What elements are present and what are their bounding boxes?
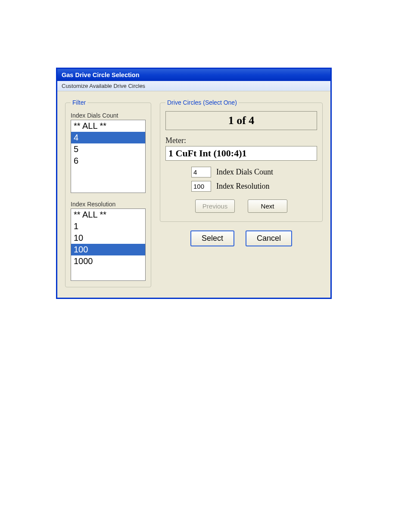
next-button[interactable]: Next bbox=[248, 199, 287, 213]
list-item[interactable]: 1 bbox=[71, 221, 145, 232]
dials-count-listbox[interactable]: ** ALL **456 bbox=[71, 120, 146, 193]
menubar: Customize Available Drive Circles bbox=[57, 81, 330, 91]
res-field-row: 100 Index Resolution bbox=[191, 181, 317, 192]
nav-row: Previous Next bbox=[165, 199, 317, 213]
list-item[interactable]: ** ALL ** bbox=[71, 120, 145, 132]
list-item[interactable]: 6 bbox=[71, 155, 145, 167]
meter-value: 1 CuFt Int (100:4)1 bbox=[165, 146, 317, 161]
select-button[interactable]: Select bbox=[190, 230, 234, 246]
dials-field-row: 4 Index Dials Count bbox=[191, 167, 317, 177]
meter-label: Meter: bbox=[165, 136, 317, 145]
resolution-listbox[interactable]: ** ALL **1101001000 bbox=[71, 208, 146, 281]
menu-customize[interactable]: Customize Available Drive Circles bbox=[62, 83, 145, 89]
previous-button[interactable]: Previous bbox=[195, 199, 235, 213]
right-column: Drive Circles (Select One) 1 of 4 Meter:… bbox=[160, 99, 323, 287]
page-counter: 1 of 4 bbox=[165, 111, 317, 130]
dials-value-label: Index Dials Count bbox=[216, 168, 273, 177]
filter-legend: Filter bbox=[71, 99, 87, 106]
list-item[interactable]: 100 bbox=[71, 244, 145, 255]
drive-circles-legend: Drive Circles (Select One) bbox=[165, 99, 239, 106]
drive-circles-group: Drive Circles (Select One) 1 of 4 Meter:… bbox=[160, 99, 323, 222]
dials-count-label: Index Dials Count bbox=[71, 112, 146, 119]
resolution-label: Index Resolution bbox=[71, 201, 146, 208]
list-item[interactable]: 5 bbox=[71, 143, 145, 155]
list-item[interactable]: 10 bbox=[71, 232, 145, 244]
titlebar[interactable]: Gas Drive Circle Selection bbox=[57, 69, 330, 81]
dials-value-box: 4 bbox=[191, 167, 211, 177]
cancel-button[interactable]: Cancel bbox=[246, 230, 292, 246]
list-item[interactable]: 4 bbox=[71, 132, 145, 143]
res-value-box: 100 bbox=[191, 181, 211, 192]
list-item[interactable]: ** ALL ** bbox=[71, 209, 145, 221]
action-row: Select Cancel bbox=[160, 230, 323, 246]
window-title: Gas Drive Circle Selection bbox=[62, 72, 140, 78]
list-item[interactable]: 1000 bbox=[71, 255, 145, 267]
dialog-window: Gas Drive Circle Selection Customize Ava… bbox=[56, 68, 332, 299]
filter-group: Filter Index Dials Count ** ALL **456 In… bbox=[65, 99, 151, 287]
client-area: Filter Index Dials Count ** ALL **456 In… bbox=[57, 91, 330, 298]
res-value-label: Index Resolution bbox=[216, 182, 270, 191]
